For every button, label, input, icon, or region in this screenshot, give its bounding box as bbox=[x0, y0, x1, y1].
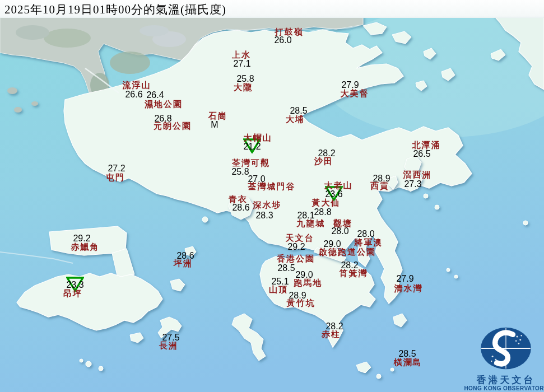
station-name-label: 屯門 bbox=[106, 172, 125, 183]
station-temp-value: 29.2 bbox=[287, 242, 305, 252]
page-title: 2025年10月19日01時00分的氣溫(攝氏度) bbox=[4, 2, 226, 17]
station-name-label: 觀塘 bbox=[333, 218, 352, 229]
station-name-label: 啟德跑道公園 bbox=[319, 247, 376, 258]
station-name-label: 赤鱲角 bbox=[71, 242, 100, 253]
station-name-label: 橫瀾島 bbox=[394, 357, 422, 368]
station-name-label: 荃灣可觀 bbox=[232, 158, 270, 169]
station-temp-value: 21.2 bbox=[243, 142, 261, 152]
station-temp-value: M bbox=[211, 120, 218, 130]
station-name-label: 赤柱 bbox=[322, 329, 341, 340]
station-name-label: 跑馬地 bbox=[294, 278, 323, 288]
station-name-label: 沙田 bbox=[314, 156, 333, 167]
station-temp-value: 27.1 bbox=[233, 59, 250, 69]
station-name-label: 黃竹坑 bbox=[287, 298, 315, 309]
station-name-label: 山頂 bbox=[269, 284, 288, 295]
station-name-label: 大隴 bbox=[234, 82, 253, 93]
station-name-label: 長洲 bbox=[159, 340, 178, 351]
station-name-label: 清水灣 bbox=[394, 283, 423, 294]
station-temp-value: 28.3 bbox=[255, 211, 273, 221]
station-temp-value: 28.8 bbox=[314, 207, 331, 217]
station-temp-value: 26.6 bbox=[125, 90, 142, 100]
station-name-label: 石崗 bbox=[208, 111, 227, 122]
station-name-label: 天文台 bbox=[286, 233, 314, 244]
station-temp-value: 26.5 bbox=[413, 149, 430, 159]
station-temp-value: 27.3 bbox=[404, 179, 421, 189]
station-temp-value: 27.9 bbox=[396, 274, 413, 284]
title-bar: 2025年10月19日01時00分的氣溫(攝氏度) bbox=[0, 0, 544, 18]
station-name-label: 元朗公園 bbox=[154, 121, 192, 132]
station-name-label: 西貢 bbox=[370, 181, 389, 192]
hko-logo-chinese: 香港天文台 bbox=[461, 375, 544, 385]
station-name-label: 流浮山 bbox=[123, 80, 151, 91]
station-name-label: 香港公園 bbox=[277, 254, 315, 264]
station-name-label: 打鼓嶺 bbox=[275, 27, 304, 38]
station-temp-value: 28.5 bbox=[277, 263, 295, 273]
station-name-label: 昂坪 bbox=[63, 288, 82, 299]
hko-logo-icon bbox=[479, 326, 533, 373]
station-name-label: 濕地公園 bbox=[145, 99, 183, 110]
station-name-label: 大帽山 bbox=[244, 133, 272, 143]
station-name-label: 大老山 bbox=[324, 180, 353, 191]
temperature-map: 26.0打鼓嶺27.1上水25.8大隴26.6流浮山26.4濕地公園26.8元朗… bbox=[0, 0, 544, 392]
station-name-label: 滘西洲 bbox=[403, 170, 432, 180]
hko-logo-english: HONG KONG OBSERVATORY bbox=[461, 385, 544, 392]
station-name-label: 九龍城 bbox=[297, 218, 326, 229]
station-name-label: 大埔 bbox=[286, 114, 305, 125]
station-name-label: 筲箕灣 bbox=[340, 268, 368, 279]
station-name-label: 荃灣城門谷 bbox=[248, 181, 296, 192]
station-name-label: 青衣 bbox=[229, 194, 248, 205]
station-name-label: 北潭涌 bbox=[412, 140, 441, 151]
station-name-label: 上水 bbox=[232, 50, 251, 60]
station-name-label: 大美督 bbox=[341, 88, 369, 99]
station-temp-value: 25.8 bbox=[231, 167, 249, 177]
station-name-label: 坪洲 bbox=[174, 258, 193, 269]
station-name-label: 深水埗 bbox=[253, 200, 282, 211]
hko-logo: 香港天文台 HONG KONG OBSERVATORY bbox=[461, 326, 544, 392]
station-name-label: 黃大仙 bbox=[312, 198, 341, 208]
